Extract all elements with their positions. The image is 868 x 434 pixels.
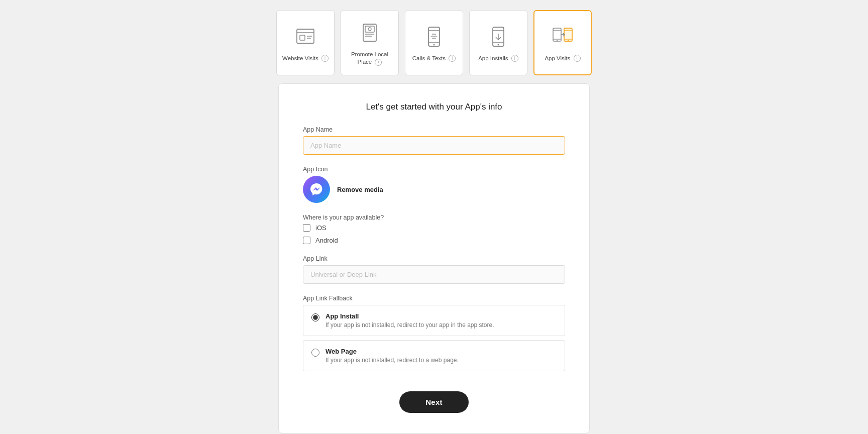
svg-rect-10 (428, 27, 440, 46)
app-icon-row: Remove media (303, 176, 565, 203)
app-installs-info-icon[interactable]: i (511, 55, 518, 62)
calls-texts-icon (421, 24, 447, 50)
promote-local-info-icon[interactable]: i (375, 59, 382, 66)
remove-media-button[interactable]: Remove media (337, 186, 383, 193)
app-install-radio-option[interactable]: App Install If your app is not installed… (303, 305, 565, 336)
svg-point-25 (557, 40, 558, 41)
app-installs-label: App Installs i (478, 55, 518, 62)
radio-group: App Install If your app is not installed… (303, 305, 565, 375)
app-visits-info-icon[interactable]: i (574, 55, 581, 62)
page-wrapper: Website Visits i Promote Local Place i (278, 10, 590, 433)
app-link-input[interactable] (303, 265, 565, 284)
app-name-input[interactable] (303, 136, 565, 155)
ios-checkbox[interactable] (303, 224, 310, 232)
next-button[interactable]: Next (399, 391, 469, 413)
app-name-label: App Name (303, 126, 565, 133)
app-link-fallback-section: App Link Fallback App Install If your ap… (303, 295, 565, 375)
web-page-title: Web Page (325, 348, 459, 355)
website-visits-icon (292, 24, 318, 50)
svg-rect-2 (300, 35, 305, 40)
svg-rect-6 (365, 26, 374, 32)
campaign-card-promote-local[interactable]: Promote Local Place i (341, 10, 399, 75)
app-icon-section: App Icon Remove media (303, 166, 565, 203)
android-label: Android (315, 237, 338, 244)
android-checkbox-label[interactable]: Android (303, 237, 565, 244)
campaign-card-app-installs[interactable]: App Installs i (469, 10, 527, 75)
web-page-radio[interactable] (311, 349, 319, 357)
ios-label: iOS (315, 224, 327, 232)
checkbox-group: iOS Android (303, 224, 565, 244)
app-link-label: App Link (303, 255, 565, 262)
form-panel: Let's get started with your App's info A… (278, 83, 590, 433)
app-link-section: App Link (303, 255, 565, 284)
app-installs-icon (485, 24, 511, 50)
web-page-text: Web Page If your app is not installed, r… (325, 348, 459, 364)
campaign-card-app-visits[interactable]: App Visits i (533, 10, 592, 75)
promote-local-icon (357, 20, 383, 46)
app-install-radio[interactable] (311, 313, 319, 321)
app-install-desc: If your app is not installed, redirect t… (325, 321, 494, 329)
android-checkbox[interactable] (303, 237, 310, 244)
calls-texts-label: Calls & Texts i (412, 55, 456, 62)
campaign-card-calls-texts[interactable]: Calls & Texts i (405, 10, 463, 75)
calls-texts-info-icon[interactable]: i (449, 55, 456, 62)
website-visits-info-icon[interactable]: i (321, 55, 329, 62)
app-availability-section: Where is your app available? iOS Android (303, 214, 565, 244)
campaign-types: Website Visits i Promote Local Place i (276, 10, 592, 75)
ios-checkbox-label[interactable]: iOS (303, 224, 565, 232)
web-page-radio-option[interactable]: Web Page If your app is not installed, r… (303, 340, 565, 371)
next-button-wrapper: Next (303, 391, 565, 413)
svg-point-29 (568, 40, 569, 41)
svg-point-13 (433, 44, 435, 45)
app-link-fallback-label: App Link Fallback (303, 295, 565, 302)
app-icon-label: App Icon (303, 166, 565, 173)
svg-point-20 (498, 44, 499, 45)
app-install-text: App Install If your app is not installed… (325, 312, 494, 329)
app-visits-label: App Visits i (545, 55, 580, 62)
messenger-icon (303, 176, 330, 203)
form-title: Let's get started with your App's info (303, 102, 565, 112)
app-availability-label: Where is your app available? (303, 214, 565, 221)
app-install-title: App Install (325, 312, 494, 320)
app-visits-icon (550, 24, 576, 50)
promote-local-label: Promote Local Place i (345, 51, 394, 66)
website-visits-label: Website Visits i (282, 55, 329, 62)
svg-point-9 (368, 28, 371, 31)
web-page-desc: If your app is not installed, redirect t… (325, 357, 459, 364)
app-name-section: App Name (303, 126, 565, 155)
campaign-card-website-visits[interactable]: Website Visits i (276, 10, 335, 75)
